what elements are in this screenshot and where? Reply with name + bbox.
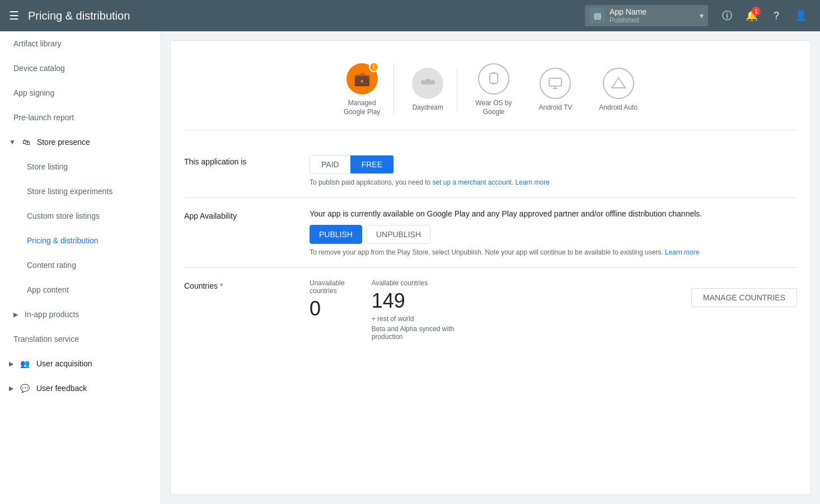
sidebar-item-app-content[interactable]: App content	[0, 277, 161, 302]
rest-of-world: + rest of world	[372, 315, 454, 323]
notification-button[interactable]: 🔔 1	[742, 6, 762, 26]
info-button[interactable]: ⓘ	[717, 6, 737, 26]
managed-google-play-icon: 💼 !	[346, 63, 378, 95]
sidebar-item-label: Pre-launch report	[13, 113, 74, 122]
sidebar-item-custom-store-listings[interactable]: Custom store listings	[0, 204, 161, 228]
sidebar-item-label: Device catalog	[13, 64, 65, 73]
sidebar-section-store-presence[interactable]: ▼ 🛍 Store presence	[0, 130, 161, 154]
dist-icon-label: Wear OS byGoogle	[475, 99, 512, 116]
app-selector[interactable]: ▤ App Name Published ▾	[585, 5, 708, 26]
countries-label: Countries *	[184, 279, 296, 290]
sidebar-item-label: Store listing experiments	[27, 187, 113, 196]
sidebar-item-store-listing-experiments[interactable]: Store listing experiments	[0, 179, 161, 204]
free-button[interactable]: FREE	[350, 156, 393, 173]
sidebar-item-device-catalog[interactable]: Device catalog	[0, 56, 161, 81]
topbar-icons: ⓘ 🔔 1 ? 👤	[717, 6, 811, 26]
user-feedback-icon: 💬	[20, 384, 30, 393]
chevron-right-icon: ▶	[13, 311, 18, 318]
help-icon: ?	[774, 10, 779, 22]
available-count: 149	[372, 289, 454, 313]
help-button[interactable]: ?	[766, 6, 786, 26]
sidebar-item-label: User feedback	[36, 384, 87, 393]
store-presence-icon: 🛍	[22, 138, 30, 147]
sidebar-item-content-rating[interactable]: Content rating	[0, 253, 161, 277]
briefcase-icon: 💼	[354, 71, 371, 87]
dist-icon-android-auto[interactable]: Android Auto	[585, 68, 651, 112]
sidebar-item-label: Store presence	[37, 138, 90, 147]
android-tv-svg-icon	[547, 76, 563, 91]
availability-section: App Availability Your app is currently a…	[184, 198, 797, 268]
publish-button[interactable]: PUBLISH	[310, 225, 362, 244]
svg-rect-0	[490, 73, 498, 83]
dist-icon-wear-os[interactable]: Wear OS byGoogle	[462, 63, 525, 116]
sidebar-item-artifact-library[interactable]: Artifact library	[0, 31, 161, 56]
learn-more-link[interactable]: Learn more	[665, 248, 699, 256]
availability-helper-text: To remove your app from the Play Store, …	[310, 248, 797, 256]
sidebar-item-label: In-app products	[25, 310, 79, 319]
app-name: App Name	[610, 7, 695, 16]
countries-section: Countries * Unavailablecountries 0 Avail…	[184, 268, 797, 352]
sidebar-item-store-listing[interactable]: Store listing	[0, 154, 161, 179]
dist-icon-managed-google-play[interactable]: 💼 ! ManagedGoogle Play	[330, 63, 394, 116]
alert-badge: !	[369, 62, 379, 72]
availability-label: App Availability	[184, 209, 296, 220]
app-info: App Name Published	[610, 7, 695, 24]
manage-countries-button[interactable]: MANAGE COUNTRIES	[691, 288, 797, 307]
dist-icon-label: Android Auto	[599, 103, 638, 112]
page-title: Pricing & distribution	[28, 10, 576, 22]
account-icon: 👤	[795, 10, 807, 22]
pricing-section: This application is PAID FREE To publish…	[184, 144, 797, 198]
main-layout: Artifact library Device catalog App sign…	[0, 31, 820, 504]
android-auto-icon	[603, 68, 634, 99]
daydream-icon	[412, 68, 443, 99]
sidebar-section-user-acquisition[interactable]: ▶ 👥 User acquisition	[0, 351, 161, 376]
countries-row: Unavailablecountries 0 Available countri…	[310, 279, 797, 341]
chevron-down-icon: ▼	[9, 138, 16, 146]
learn-more-link[interactable]: Learn more	[516, 178, 550, 186]
paid-button[interactable]: PAID	[310, 156, 350, 173]
unpublish-button[interactable]: UNPUBLISH	[367, 225, 430, 244]
available-countries-stat: Available countries 149 + rest of world …	[372, 279, 454, 341]
sidebar-section-user-feedback[interactable]: ▶ 💬 User feedback	[0, 376, 161, 401]
dist-icon-label: ManagedGoogle Play	[344, 99, 380, 116]
android-auto-svg-icon	[611, 76, 626, 91]
dist-icon-daydream[interactable]: Daydream	[399, 68, 457, 112]
sidebar-item-pre-launch[interactable]: Pre-launch report	[0, 105, 161, 130]
sync-note: Beta and Alpha synced withproduction	[372, 325, 454, 341]
chevron-right-icon: ▶	[9, 360, 13, 368]
pricing-helper-text: To publish paid applications, you need t…	[310, 178, 797, 186]
unavailable-count: 0	[310, 297, 345, 321]
sidebar-item-label: Store listing	[27, 162, 68, 171]
pricing-content: PAID FREE To publish paid applications, …	[310, 155, 797, 186]
sidebar-item-pricing-distribution[interactable]: Pricing & distribution	[0, 228, 161, 253]
countries-content: Unavailablecountries 0 Available countri…	[310, 279, 797, 341]
availability-content: Your app is currently available on Googl…	[310, 209, 797, 256]
svg-rect-2	[492, 83, 495, 84]
menu-icon[interactable]: ☰	[9, 9, 19, 22]
topbar: ☰ Pricing & distribution ▤ App Name Publ…	[0, 0, 820, 31]
unavailable-countries-stat: Unavailablecountries 0	[310, 279, 345, 321]
svg-rect-3	[549, 78, 561, 86]
pricing-label: This application is	[184, 155, 296, 166]
account-button[interactable]: 👤	[791, 6, 811, 26]
dist-icon-label: Android TV	[538, 103, 572, 112]
dist-icon-android-tv[interactable]: Android TV	[525, 68, 585, 112]
app-icon: ▤	[589, 8, 605, 23]
content-area: 💼 ! ManagedGoogle Play Daydream	[161, 31, 820, 504]
sidebar-item-app-signing[interactable]: App signing	[0, 81, 161, 105]
user-acquisition-icon: 👥	[20, 359, 30, 368]
dist-icon-label: Daydream	[413, 103, 443, 112]
sidebar-item-label: Pricing & distribution	[27, 236, 99, 245]
availability-description: Your app is currently available on Googl…	[310, 209, 797, 218]
sidebar-item-label: App content	[27, 285, 69, 294]
notification-badge: 1	[752, 7, 761, 16]
merchant-account-link[interactable]: set up a merchant account.	[433, 178, 514, 186]
sidebar-item-label: Artifact library	[13, 39, 62, 48]
app-status: Published	[610, 16, 695, 24]
sidebar-item-in-app-products[interactable]: ▶ In-app products	[0, 302, 161, 327]
sidebar-item-translation-service[interactable]: Translation service	[0, 327, 161, 351]
daydream-svg-icon	[420, 76, 435, 91]
availability-btn-row: PUBLISH UNPUBLISH	[310, 225, 797, 244]
svg-rect-1	[492, 72, 495, 74]
info-icon: ⓘ	[722, 9, 732, 22]
